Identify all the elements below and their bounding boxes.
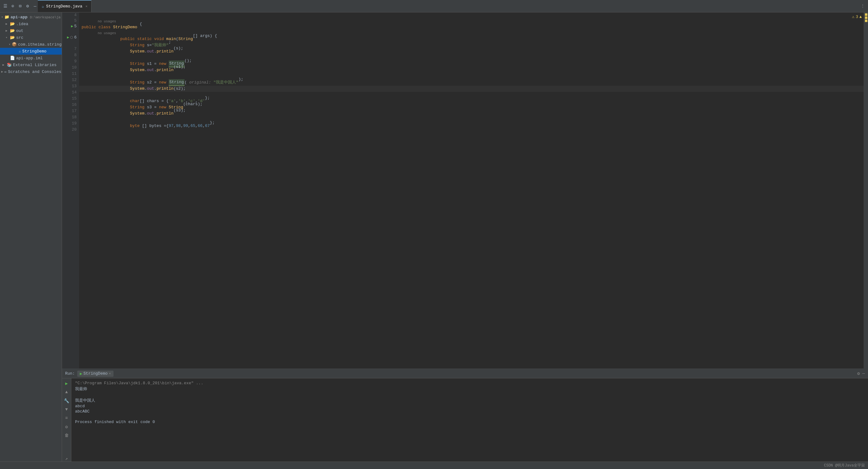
run-panel-tools: ⚙ — (857, 371, 865, 376)
warning-count: 3 (856, 14, 858, 19)
bottom-bar: CSDN @明月Java全宇宙 (0, 462, 868, 469)
right-gutter (864, 12, 868, 369)
tab-string-demo[interactable]: ☕ StringDemo.java × (38, 0, 91, 12)
sidebar-label-iml: api-app.iml (16, 56, 43, 61)
sidebar-label-src: src (16, 35, 23, 40)
run-wrench-icon[interactable]: 🔧 (64, 398, 70, 404)
sidebar-item-api-app[interactable]: ▾ 📁 api-app D:\Workspace\ja (0, 14, 62, 21)
folder-icon-src: 📂 (10, 35, 15, 40)
sidebar: ▾ 📁 api-app D:\Workspace\ja ▶ 📂 .idea ▶ … (0, 12, 62, 462)
run-bottom-icon: ↗ (64, 455, 70, 462)
run-tab-close[interactable]: × (109, 372, 111, 376)
warning-stripe-2 (865, 17, 867, 19)
run-output-path: "C:\Program Files\Java\jdk1.8.0_201\bin\… (75, 381, 864, 385)
top-bar-left: ☰ ⊙ ⊟ ⚙ — (0, 3, 38, 9)
sidebar-item-iml[interactable]: ▶ 📄 api-app.iml (0, 55, 62, 61)
run-output: "C:\Program Files\Java\jdk1.8.0_201\bin\… (71, 378, 868, 462)
code-line-8: System.out.println(s); (79, 49, 864, 55)
project-icon: 📁 (4, 14, 9, 20)
run-config-icon[interactable]: ⚙ (64, 424, 70, 430)
folder-icon-out: 📂 (10, 28, 15, 33)
code-editor[interactable]: ⚠ 3 ▲ 4 5 ▶ 5 ▶ ⬡ 6 (62, 12, 868, 369)
run-output-line-2: 我是中国人 (75, 398, 864, 403)
sidebar-item-src[interactable]: ▾ 📂 src (0, 34, 62, 41)
structure-icon[interactable]: ⊟ (18, 3, 23, 9)
run-play-button[interactable]: ▶ (64, 380, 70, 386)
run-scroll-up[interactable]: ▲ (64, 389, 70, 395)
bottom-brand: CSDN @明月Java全宇宙 (824, 463, 865, 468)
sidebar-label-package: com.itheima.string (18, 42, 61, 47)
top-bar-right: ⋮ (861, 3, 868, 9)
run-settings-icon[interactable]: ⚙ (857, 371, 860, 376)
sidebar-item-scratches[interactable]: ▶ ✏️ Scratches and Consoles (0, 68, 62, 75)
run-gutter-5[interactable]: ▶ (71, 24, 73, 29)
expand-arrow-scratches: ▶ (1, 70, 3, 74)
scratch-icon: ✏️ (4, 69, 7, 74)
sidebar-label-idea: .idea (16, 22, 28, 26)
sidebar-label-stringdemo: StringDemo (22, 49, 46, 54)
warning-stripe-3 (865, 20, 867, 22)
code-line-11: System.out.println(s1); (79, 67, 864, 73)
run-scroll-down[interactable]: ▼ (64, 406, 70, 412)
top-bar-icons: ☰ ⊙ ⊟ ⚙ — (2, 3, 38, 9)
settings-icon[interactable]: ⚙ (25, 3, 30, 9)
code-lines: no usages public class StringDemo { no u… (79, 12, 864, 369)
run-tab-icon: ▶ (80, 371, 82, 376)
code-line-5: public class StringDemo { (79, 24, 864, 30)
menu-icon[interactable]: ☰ (2, 3, 8, 9)
no-usages-class: no usages (79, 19, 864, 24)
expand-arrow-src: ▾ (4, 36, 9, 39)
expand-arrow-api-app: ▾ (1, 15, 3, 19)
run-output-line-1: 我最帅 (75, 386, 864, 392)
code-line-4 (79, 12, 864, 19)
bottom-bar-right: CSDN @明月Java全宇宙 (824, 463, 865, 468)
run-panel: Run: ▶ StringDemo × ⚙ — ▶ ▲ 🔧 ▼ (62, 369, 868, 462)
content-area: ⚠ 3 ▲ 4 5 ▶ 5 ▶ ⬡ 6 (62, 12, 868, 462)
minimize-icon[interactable]: — (32, 3, 38, 9)
run-minimize-icon[interactable]: — (862, 371, 865, 376)
run-share-icon[interactable]: ↗ (64, 455, 70, 462)
run-panel-header: Run: ▶ StringDemo × ⚙ — (62, 369, 868, 378)
main-layout: ▾ 📁 api-app D:\Workspace\ja ▶ 📂 .idea ▶ … (0, 12, 868, 462)
sidebar-item-out[interactable]: ▶ 📂 out (0, 27, 62, 34)
iml-icon: 📄 (10, 56, 15, 61)
run-output-line-3: abcd (75, 404, 864, 408)
package-icon: 📦 (12, 42, 17, 47)
sidebar-item-idea[interactable]: ▶ 📂 .idea (0, 21, 62, 27)
target-icon[interactable]: ⊙ (10, 3, 16, 9)
debug-gutter-6[interactable]: ⬡ (70, 35, 73, 40)
java-file-icon: ☕ (41, 4, 44, 9)
run-lines-icon[interactable]: ≡ (64, 415, 70, 421)
code-line-14: System.out.println(s2); (79, 86, 864, 92)
expand-arrow-package: ▾ (9, 42, 10, 46)
tab-close-button[interactable]: × (85, 5, 88, 8)
top-bar: ☰ ⊙ ⊟ ⚙ — ☕ StringDemo.java × ⋮ (0, 0, 868, 12)
code-line-20: byte [] bytes ={97,98,99,65,66,67}; (79, 123, 864, 129)
tab-label: StringDemo.java (46, 4, 82, 9)
sidebar-label-out: out (16, 29, 23, 33)
more-options-icon[interactable]: ⋮ (861, 3, 865, 9)
run-gutter-6[interactable]: ▶ (67, 35, 69, 40)
expand-arrow-out: ▶ (4, 29, 9, 33)
run-label: Run: (65, 371, 75, 376)
run-output-empty-2 (75, 414, 864, 419)
sidebar-item-stringdemo[interactable]: ▶ ☕ StringDemo (0, 48, 62, 55)
warning-chevron: ▲ (859, 14, 862, 19)
run-tab-stringdemo[interactable]: ▶ StringDemo × (77, 371, 113, 377)
run-content: ▶ ▲ 🔧 ▼ ≡ ⚙ 🗑 ↗ "C:\Program Files\Java\j… (62, 378, 868, 462)
sidebar-item-package[interactable]: ▾ 📦 com.itheima.string (0, 41, 62, 48)
warning-triangle-icon: ⚠ (852, 14, 855, 19)
tab-bar: ☕ StringDemo.java × (38, 0, 861, 12)
run-output-empty-1 (75, 392, 864, 397)
run-output-line-4: abcABC (75, 409, 864, 414)
code-line-13: String s2 = new String( original: "我是中国人… (79, 80, 864, 86)
run-trash-icon[interactable]: 🗑 (64, 432, 70, 439)
expand-arrow-idea: ▶ (4, 22, 9, 26)
run-output-exit: Process finished with exit code 0 (75, 420, 864, 424)
code-line-15 (79, 92, 864, 98)
warning-indicator: ⚠ 3 ▲ (852, 14, 862, 19)
editor-content[interactable]: 4 5 ▶ 5 ▶ ⬡ 6 7 8 9 10 (62, 12, 868, 369)
sidebar-item-external-libs[interactable]: ▶ 📚 External Libraries (0, 61, 62, 68)
warning-stripe-1 (865, 13, 867, 16)
folder-icon-idea: 📂 (10, 22, 15, 26)
